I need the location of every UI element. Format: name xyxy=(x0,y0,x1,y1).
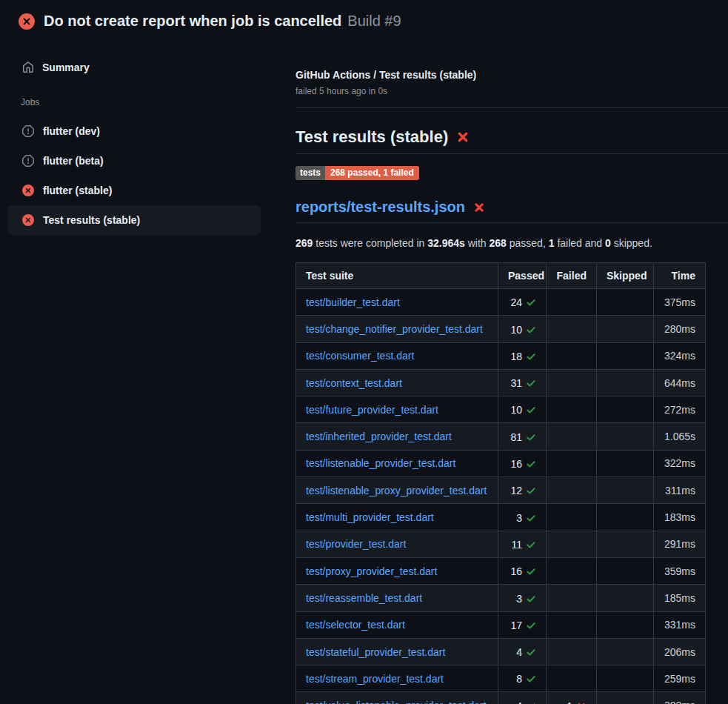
failed-cell xyxy=(547,396,597,423)
passed-cell: 10 xyxy=(498,396,547,423)
report-file-heading: reports/test-results.json xyxy=(295,198,728,223)
failed-cell xyxy=(547,638,597,665)
suite-link[interactable]: test/stream_provider_test.dart xyxy=(306,673,444,685)
failed-cell xyxy=(547,611,597,638)
suite-link[interactable]: test/future_provider_test.dart xyxy=(306,404,438,416)
suite-link[interactable]: test/listenable_provider_test.dart xyxy=(306,457,455,469)
page-title: Do not create report when job is cancell… xyxy=(44,13,341,30)
time-cell: 291ms xyxy=(654,531,706,557)
failed-cell xyxy=(547,557,597,584)
check-icon xyxy=(526,432,536,442)
time-cell: 644ms xyxy=(654,369,706,396)
sidebar-item-test-results-stable[interactable]: Test results (stable) xyxy=(7,205,261,235)
suite-link[interactable]: test/consumer_test.dart xyxy=(306,350,414,362)
passed-cell: 24 xyxy=(498,289,547,316)
skipped-cell xyxy=(597,423,654,450)
passed-cell: 4 xyxy=(498,692,547,704)
suite-link[interactable]: test/context_test.dart xyxy=(306,377,402,389)
suite-link[interactable]: test/stateful_provider_test.dart xyxy=(306,646,445,658)
table-row: test/provider_test.dart 11 291ms xyxy=(296,531,706,557)
failed-cell xyxy=(547,450,597,476)
page-header: Do not create report when job is cancell… xyxy=(0,0,728,42)
check-icon xyxy=(526,539,536,550)
failed-cell xyxy=(547,423,597,450)
skipped-cell xyxy=(597,342,654,369)
skipped-cell xyxy=(597,611,654,638)
table-row: test/consumer_test.dart 18 324ms xyxy=(296,342,706,369)
summary-failed: 1 xyxy=(549,237,555,249)
suite-link[interactable]: test/listenable_proxy_provider_test.dart xyxy=(306,485,487,497)
table-header-row: Test suite Passed Failed Skipped Time xyxy=(296,263,706,289)
time-cell: 324ms xyxy=(654,342,706,369)
col-time: Time xyxy=(654,263,706,289)
sidebar-item-flutter-dev[interactable]: flutter (dev) xyxy=(7,116,261,146)
sidebar-item-flutter-beta[interactable]: flutter (beta) xyxy=(7,146,261,176)
skipped-cell xyxy=(597,289,654,316)
sidebar-item-summary[interactable]: Summary xyxy=(0,56,289,79)
suite-link[interactable]: test/selector_test.dart xyxy=(306,619,405,631)
failed-cell xyxy=(547,531,597,557)
passed-cell: 16 xyxy=(498,557,547,584)
table-row: test/selector_test.dart 17 331ms xyxy=(296,611,706,638)
badge-label: tests xyxy=(295,166,325,180)
time-cell: 185ms xyxy=(654,585,706,611)
report-file-link[interactable]: reports/test-results.json xyxy=(295,198,465,216)
skipped-cell xyxy=(597,531,654,557)
suite-link[interactable]: test/change_notifier_provider_test.dart xyxy=(306,323,483,335)
table-row: test/reassemble_test.dart 3 185ms xyxy=(296,585,706,611)
stop-icon xyxy=(22,125,34,137)
suite-link[interactable]: test/multi_provider_test.dart xyxy=(306,511,434,523)
passed-cell: 4 xyxy=(498,638,547,665)
results-table-body: test/builder_test.dart 24 375ms test/cha… xyxy=(296,289,706,704)
failed-cell xyxy=(547,665,597,692)
skipped-cell xyxy=(597,396,654,423)
check-icon xyxy=(526,405,536,415)
suite-link[interactable]: test/inherited_provider_test.dart xyxy=(306,431,452,442)
time-cell: 272ms xyxy=(654,396,706,423)
failed-cell xyxy=(547,585,597,611)
col-failed: Failed xyxy=(547,263,597,289)
check-icon xyxy=(526,378,536,388)
skipped-cell xyxy=(597,585,654,611)
tests-status-badge: tests 268 passed, 1 failed xyxy=(295,166,419,180)
suite-link[interactable]: test/value_listenable_provider_test.dart xyxy=(306,700,487,704)
table-row: test/context_test.dart 31 644ms xyxy=(296,369,706,396)
table-row: test/value_listenable_provider_test.dart… xyxy=(296,692,706,704)
skipped-cell xyxy=(597,477,654,504)
suite-link[interactable]: test/builder_test.dart xyxy=(306,296,400,308)
job-label: flutter (beta) xyxy=(43,155,104,167)
passed-cell: 11 xyxy=(498,531,547,557)
time-cell: 331ms xyxy=(654,611,706,638)
check-icon xyxy=(526,594,536,604)
badge-value: 268 passed, 1 failed xyxy=(325,166,419,180)
check-icon xyxy=(526,566,536,577)
suite-link[interactable]: test/provider_test.dart xyxy=(306,538,406,550)
suite-link[interactable]: test/reassemble_test.dart xyxy=(306,592,422,604)
check-run-title-text: Test results (stable) xyxy=(295,127,448,147)
job-label: flutter (dev) xyxy=(43,125,100,137)
job-list: flutter (dev) flutter (beta) flutter (st… xyxy=(0,116,289,235)
test-results-table: Test suite Passed Failed Skipped Time te… xyxy=(295,262,706,704)
job-label: Test results (stable) xyxy=(43,214,140,226)
skipped-cell xyxy=(597,504,654,531)
check-icon xyxy=(526,647,536,657)
summary-total: 269 xyxy=(295,237,313,249)
check-icon xyxy=(526,701,536,704)
build-number: Build #9 xyxy=(347,13,401,30)
sidebar-item-flutter-stable[interactable]: flutter (stable) xyxy=(7,176,261,205)
skipped-cell xyxy=(597,557,654,584)
failed-cell xyxy=(547,342,597,369)
passed-cell: 16 xyxy=(498,450,547,476)
passed-cell: 81 xyxy=(498,423,547,450)
sidebar: Summary Jobs flutter (dev) flutter (beta… xyxy=(0,42,289,235)
table-row: test/multi_provider_test.dart 3 183ms xyxy=(296,504,706,531)
skipped-cell xyxy=(597,638,654,665)
check-icon xyxy=(526,351,536,362)
passed-cell: 31 xyxy=(498,369,547,396)
breadcrumb: GitHub Actions / Test results (stable) xyxy=(295,68,728,82)
time-cell: 322ms xyxy=(654,450,706,476)
job-label: flutter (stable) xyxy=(43,185,112,196)
suite-link[interactable]: test/proxy_provider_test.dart xyxy=(306,565,437,577)
summary-duration: 32.964s xyxy=(427,237,465,249)
run-status-line: failed 5 hours ago in 0s xyxy=(295,85,728,108)
